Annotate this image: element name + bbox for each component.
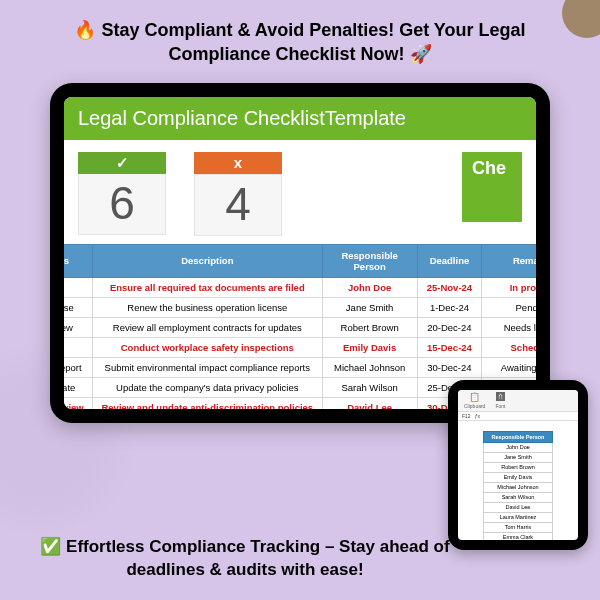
cell-first: view	[64, 317, 92, 337]
fire-icon: 🔥	[74, 18, 96, 42]
phone-cell: Sarah Wilson	[483, 492, 553, 502]
cell-desc: Review all employment contracts for upda…	[92, 317, 322, 337]
paste-icon: 📋	[464, 392, 485, 403]
cell-person: David Lee	[322, 397, 417, 409]
cell-person: Robert Brown	[322, 317, 417, 337]
cell-person: Michael Johnson	[322, 357, 417, 377]
phone-cell: Emily Davis	[483, 472, 553, 482]
phone-cell: Jane Smith	[483, 452, 553, 462]
cell-first	[64, 277, 92, 297]
cell-desc: Conduct workplace safety inspections	[92, 337, 322, 357]
checkbox-icon: ✅	[40, 536, 61, 559]
summary-tiles: ✓ 6 x 4 Che	[64, 140, 536, 244]
cell-first	[64, 337, 92, 357]
table-row: Conduct workplace safety inspectionsEmil…	[64, 337, 536, 357]
font-icon: 🅰	[495, 392, 505, 403]
phone-cell: Michael Johnson	[483, 482, 553, 492]
footer-text: Effortless Compliance Tracking – Stay ah…	[61, 537, 449, 579]
table-header-row: ns Description Responsible Person Deadli…	[64, 244, 536, 277]
table-row: viewReview all employment contracts for …	[64, 317, 536, 337]
phone-row: Robert Brown	[483, 462, 553, 472]
tile-pending: x 4	[194, 152, 282, 236]
phone-col-header: Responsible Person	[483, 431, 553, 442]
tile-pending-count: 4	[194, 174, 282, 236]
col-description: Description	[92, 244, 322, 277]
x-icon: x	[194, 152, 282, 174]
footer-tagline: ✅ Effortless Compliance Tracking – Stay …	[0, 536, 460, 582]
cell-person: Emily Davis	[322, 337, 417, 357]
col-remark: Remar	[482, 244, 536, 277]
col-responsible: Responsible Person	[322, 244, 417, 277]
cell-desc: Review and update anti-discrimination po…	[92, 397, 322, 409]
tablet-frame: Legal Compliance ChecklistTemplate ✓ 6 x…	[50, 83, 550, 423]
ribbon-font: 🅰Font	[495, 392, 505, 409]
cell-desc: Update the company's data privacy polici…	[92, 377, 322, 397]
cell-deadline: 25-Nov-24	[417, 277, 482, 297]
table-row: enseRenew the business operation license…	[64, 297, 536, 317]
cell-deadline: 30-Dec-24	[417, 357, 482, 377]
cell-desc: Ensure all required tax documents are fi…	[92, 277, 322, 297]
ribbon-clipboard: 📋Clipboard	[464, 392, 485, 409]
cell-first: e Report	[64, 357, 92, 377]
phone-row: Michael Johnson	[483, 482, 553, 492]
phone-cell: David Lee	[483, 502, 553, 512]
phone-row: Laura Martinez	[483, 512, 553, 522]
tablet-screen: Legal Compliance ChecklistTemplate ✓ 6 x…	[64, 97, 536, 409]
phone-row: John Doe	[483, 442, 553, 452]
phone-row: Sarah Wilson	[483, 492, 553, 502]
ribbon: 📋Clipboard 🅰Font	[458, 390, 578, 412]
phone-row: Jane Smith	[483, 452, 553, 462]
cell-deadline: 20-Dec-24	[417, 317, 482, 337]
cell-remark: Awaiting sub	[482, 357, 536, 377]
template-title: Legal Compliance ChecklistTemplate	[64, 97, 536, 140]
phone-cell: Tom Harris	[483, 522, 553, 532]
headline: 🔥 Stay Compliant & Avoid Penalties! Get …	[0, 0, 600, 77]
tile-completed-count: 6	[78, 174, 166, 235]
phone-cell: Robert Brown	[483, 462, 553, 472]
headline-text: Stay Compliant & Avoid Penalties! Get Yo…	[96, 20, 525, 64]
cell-remark: Needs lega	[482, 317, 536, 337]
table-row: e ReportSubmit environmental impact comp…	[64, 357, 536, 377]
col-first: ns	[64, 244, 92, 277]
phone-cell: Laura Martinez	[483, 512, 553, 522]
phone-frame: 📋Clipboard 🅰Font F12 ƒx Responsible Pers…	[448, 380, 588, 550]
phone-row: Emma Clark	[483, 532, 553, 540]
phone-row: Tom Harris	[483, 522, 553, 532]
tile-partial: Che	[462, 152, 522, 222]
check-icon: ✓	[78, 152, 166, 174]
tile-completed: ✓ 6	[78, 152, 166, 235]
phone-cell: Emma Clark	[483, 532, 553, 540]
col-deadline: Deadline	[417, 244, 482, 277]
phone-row: David Lee	[483, 502, 553, 512]
phone-cell: John Doe	[483, 442, 553, 452]
formula-bar: F12 ƒx	[458, 412, 578, 421]
phone-screen: 📋Clipboard 🅰Font F12 ƒx Responsible Pers…	[458, 390, 578, 540]
cell-first: pdate	[64, 377, 92, 397]
cell-person: Sarah Wilson	[322, 377, 417, 397]
cell-deadline: 1-Dec-24	[417, 297, 482, 317]
cell-remark: In progr	[482, 277, 536, 297]
cell-deadline: 15-Dec-24	[417, 337, 482, 357]
cell-remark: Schedu	[482, 337, 536, 357]
phone-row: Emily Davis	[483, 472, 553, 482]
cell-person: John Doe	[322, 277, 417, 297]
table-row: Ensure all required tax documents are fi…	[64, 277, 536, 297]
phone-table: Responsible Person John DoeJane SmithRob…	[483, 431, 554, 540]
rocket-icon: 🚀	[410, 42, 432, 66]
cell-desc: Renew the business operation license	[92, 297, 322, 317]
cell-remark: Pendi	[482, 297, 536, 317]
cell-desc: Submit environmental impact compliance r…	[92, 357, 322, 377]
cell-first: y Review	[64, 397, 92, 409]
cell-person: Jane Smith	[322, 297, 417, 317]
cell-first: ense	[64, 297, 92, 317]
